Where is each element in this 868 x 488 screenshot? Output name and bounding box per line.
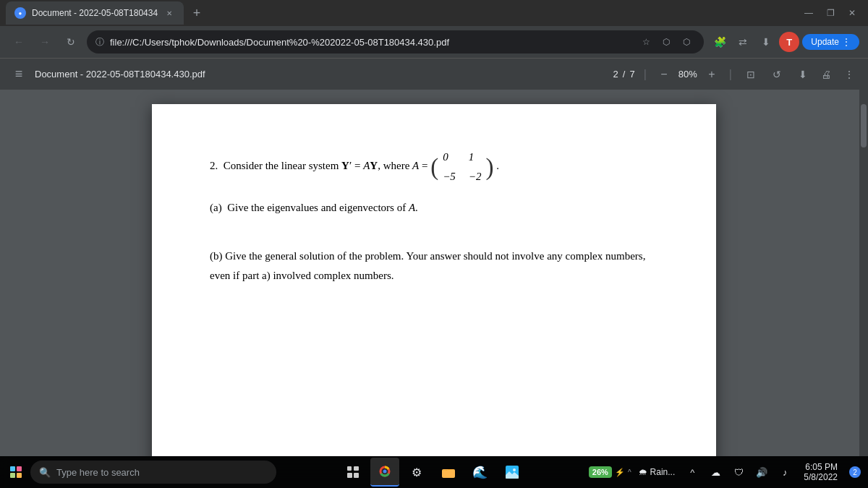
taskbar-right: 26% ⚡ ^ 🌧 Rain... ^ ☁ 🛡 🔊 ♪ 6:05 PM 5/8/… [589,458,865,487]
matrix-content: 0 1 −5 −2 [438,147,485,187]
cloud-icon[interactable]: ☁ [704,458,727,487]
part-b-label: (b) [210,250,223,262]
address-bar: ← → ↻ ⓘ file:///C:/Users/tphok/Downloads… [0,26,868,58]
right-paren: ) [485,155,493,179]
file-explorer-button[interactable] [434,458,463,487]
save-button[interactable]: ⬇ [756,32,776,52]
new-tab-button[interactable]: + [187,3,207,23]
divider: | [644,68,647,81]
weather-label: Rain... [650,467,676,477]
url-bar[interactable]: ⓘ file:///C:/Users/tphok/Downloads/Docum… [87,30,704,53]
pdf-content-area: 2. Consider the linear system Y′ = AY, w… [0,90,868,456]
notification-center-button[interactable]: 2 [845,458,865,487]
browser-actions: 🧩 ⇄ ⬇ T Update ⋮ [710,32,859,52]
volume-icon[interactable]: 🔊 [750,458,773,487]
network-icon[interactable]: ^ [681,458,704,487]
zoom-level: 80% [678,69,697,80]
edge-taskbar-button[interactable]: 🌊 [466,458,495,487]
extension-icon[interactable]: ⬡ [678,33,695,51]
update-button[interactable]: Update ⋮ [802,34,859,50]
pdf-filename: Document - 2022-05-08T180434.430.pdf [35,69,608,80]
windows-logo-icon [10,466,22,478]
zoom-out-button[interactable]: − [655,66,673,83]
url-actions: ☆ ⬡ ⬡ [637,33,695,51]
divider2: | [729,68,732,81]
svg-text:●: ● [19,10,22,17]
battery-percentage: 26% [589,466,612,478]
music-icon[interactable]: ♪ [773,458,796,487]
tab-title: Document - 2022-05-08T180434 [32,8,158,18]
minimize-button[interactable]: — [799,3,819,23]
pdf-menu-button[interactable]: ≡ [9,64,29,85]
photos-taskbar-button[interactable] [498,458,527,487]
system-tray: ^ ☁ 🛡 🔊 ♪ [681,458,796,487]
taskbar: 🔍 Type here to search ⚙ 🌊 26% ⚡ ^ 🌧 Rain… [0,456,868,488]
fit-page-button[interactable]: ⊡ [741,64,761,85]
svg-rect-2 [347,466,352,471]
pdf-navigation: 2 / 7 [613,69,635,80]
url-text: file:///C:/Users/tphok/Downloads/Documen… [110,37,631,48]
zoom-in-button[interactable]: + [703,66,720,83]
left-paren: ( [430,155,438,179]
pdf-toolbar: ≡ Document - 2022-05-08T180434.430.pdf 2… [0,58,868,90]
svg-point-7 [383,470,386,474]
sync-button[interactable]: ⇄ [733,32,753,52]
tab-close-button[interactable]: ✕ [163,7,175,19]
current-page: 2 [613,69,618,80]
scrollbar[interactable] [859,90,868,456]
matrix-r2c1: −5 [443,167,456,187]
search-placeholder: Type here to search [56,467,140,478]
pdf-page: 2. Consider the linear system Y′ = AY, w… [152,104,716,456]
forward-button[interactable]: → [35,32,55,52]
security-icon[interactable]: 🛡 [727,458,750,487]
taskbar-search[interactable]: 🔍 Type here to search [30,461,276,484]
part-a-text: Give the eigenvalues and eigenvectors of… [224,202,417,213]
tab-favicon: ● [14,7,26,19]
matrix-r1c2: 1 [469,147,482,167]
pdf-tools-right: ⬇ 🖨 ⋮ [793,64,859,85]
clock[interactable]: 6:05 PM 5/8/2022 [798,462,843,482]
print-button[interactable]: 🖨 [816,64,836,85]
rotate-button[interactable]: ↺ [767,64,787,85]
start-button[interactable] [3,459,29,485]
svg-point-10 [513,468,516,471]
bookmark-star-icon[interactable]: ☆ [637,33,655,51]
close-button[interactable]: ✕ [842,3,862,23]
window-controls: — ❐ ✕ [799,3,862,23]
matrix: ( 0 1 −5 −2 ) [430,147,493,187]
chrome-taskbar-button[interactable] [370,458,399,487]
clock-time: 6:05 PM [805,462,838,472]
more-options-button[interactable]: ⋮ [839,64,859,85]
search-icon: 🔍 [39,467,51,478]
notification-badge: 2 [849,466,861,478]
back-button[interactable]: ← [9,32,29,52]
problem-body: Consider the linear system Y′ = AY, wher… [221,160,430,171]
scrollbar-thumb[interactable] [861,104,867,147]
weather-icon: 🌧 [639,467,647,477]
matrix-r1c1: 0 [443,147,456,167]
part-a: (a) Give the eigenvalues and eigenvector… [210,198,658,218]
svg-rect-4 [347,473,352,478]
clock-date: 5/8/2022 [804,472,838,482]
lock-icon: ⓘ [95,36,104,48]
task-view-button[interactable] [339,458,367,487]
svg-rect-5 [354,473,359,478]
download-button[interactable]: ⬇ [793,64,813,85]
problem-statement: 2. Consider the linear system Y′ = AY, w… [210,147,658,187]
reload-button[interactable]: ↻ [61,32,81,52]
share-icon[interactable]: ⬡ [658,33,675,51]
matrix-r2c2: −2 [469,167,482,187]
taskbar-center: ⚙ 🌊 [278,458,587,487]
browser-chrome: ● Document - 2022-05-08T180434 ✕ + — ❐ ✕… [0,0,868,90]
maximize-button[interactable]: ❐ [820,3,841,23]
settings-taskbar-button[interactable]: ⚙ [402,458,431,487]
svg-rect-3 [354,466,359,471]
show-hidden-icons-button[interactable]: ^ [626,468,633,476]
charge-icon: ⚡ [615,468,625,477]
profile-button[interactable]: T [779,32,799,52]
problem-number: 2. [210,160,218,171]
active-tab[interactable]: ● Document - 2022-05-08T180434 ✕ [6,1,184,25]
extensions-button[interactable]: 🧩 [710,32,730,52]
weather-widget[interactable]: 🌧 Rain... [634,467,680,477]
part-a-label: (a) [210,202,222,213]
